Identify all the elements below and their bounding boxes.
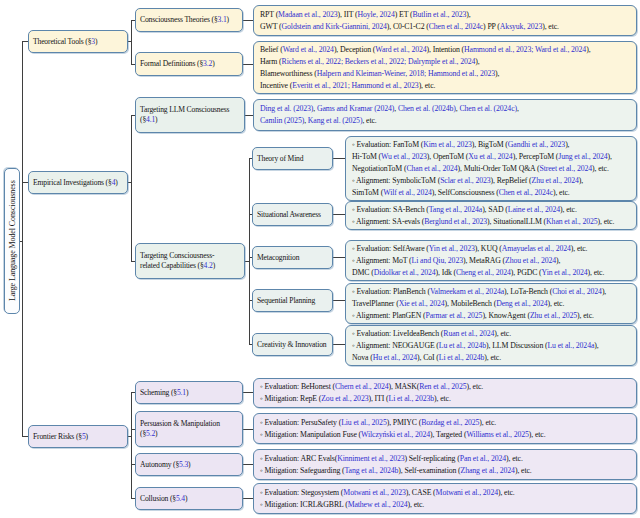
- node-creativity-innovation: Creativity & Innovation: [252, 333, 333, 356]
- content-theory-of-mind: ◦ Evaluation: FanToM (Kim et al., 2023),…: [345, 136, 637, 201]
- node-targeting-capabilities: Targeting Consciousness-related Capabili…: [135, 243, 245, 279]
- section-frontier-risks: Frontier Risks (§5): [28, 425, 128, 448]
- trunk-connectors: [20, 42, 28, 437]
- content-autonomy: ◦ Evaluation: ARC Evals(Kinniment et al.…: [253, 449, 637, 480]
- content-consciousness-theories: RPT (Madaan et al., 2023), IIT (Hoyle, 2…: [253, 5, 637, 36]
- node-targeting-llm-consciousness: Targeting LLM Consciousness(§4.1): [135, 97, 245, 133]
- node-collusion: Collusion (§5.4): [135, 487, 243, 510]
- node-formal-definitions: Formal Definitions (§3.2): [135, 52, 243, 76]
- node-situational-awareness: Situational Awareness: [252, 203, 333, 226]
- content-scheming: ◦ Evaluation: BeHonest (Chern et al., 20…: [253, 378, 637, 408]
- content-persuasion-manipulation: ◦ Evaluation: PersuSafety (Liu et al., 2…: [253, 413, 637, 444]
- section-theoretical-tools: Theoretical Tools (§3): [28, 30, 128, 53]
- node-sequential-planning: Sequential Planning: [252, 289, 333, 312]
- content-metacognition: ◦ Evaluation: SelfAware (Yin et al., 202…: [345, 240, 637, 281]
- content-formal-definitions: Belief (Ward et al., 2024), Deception (W…: [253, 41, 637, 94]
- content-situational-awareness: ◦ Evaluation: SA-Bench (Tang et al., 202…: [345, 201, 637, 230]
- content-collusion: ◦ Evaluation: Stegosystem (Motwani et al…: [253, 483, 637, 514]
- node-theory-of-mind: Theory of Mind: [252, 147, 333, 170]
- node-metacognition: Metacognition: [252, 246, 333, 269]
- node-consciousness-theories: Consciousness Theories (§3.1): [135, 8, 243, 32]
- content-targeting-llm-consciousness: Ding et al. (2023), Gams and Kramar (202…: [253, 99, 637, 131]
- root-node: Large Language Model Consciousness: [4, 168, 20, 314]
- node-persuasion-manipulation: Persuasion & Manipulation(§5.2): [135, 411, 243, 447]
- taxonomy-figure: Large Language Model Consciousness Theor…: [0, 0, 640, 518]
- node-autonomy: Autonomy (§5.3): [135, 453, 243, 476]
- section-empirical-investigations: Empirical Investigations (§4): [28, 171, 128, 194]
- content-creativity-innovation: ◦ Evaluation: LiveIdeaBench (Ruan et al.…: [345, 325, 637, 366]
- section4-connectors: [128, 115, 253, 261]
- content-sequential-planning: ◦ Evaluation: PlanBench (Valmeekam et al…: [345, 283, 637, 324]
- node-scheming: Scheming (§5.1): [135, 381, 243, 404]
